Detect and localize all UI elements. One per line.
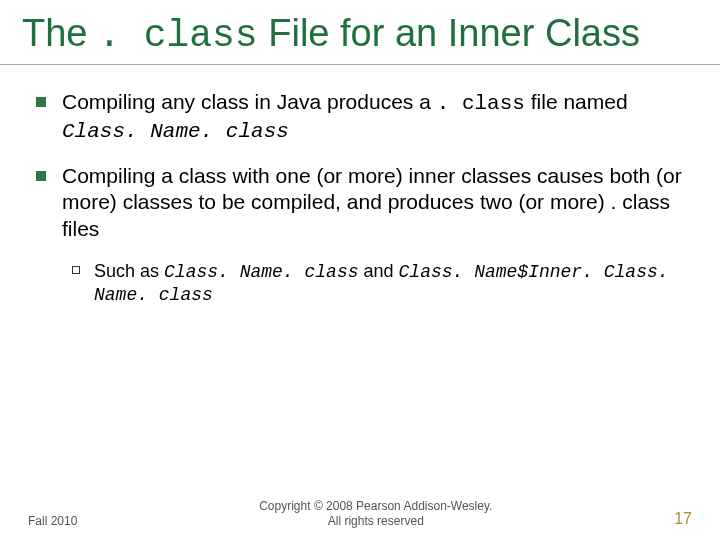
bullet1-code2: Class. Name. class	[62, 120, 289, 143]
slide-title: The . class File for an Inner Class	[0, 0, 720, 65]
sub-code1: Class. Name. class	[164, 262, 358, 282]
slide-body: Compiling any class in Java produces a .…	[0, 65, 720, 307]
page-number: 17	[674, 510, 692, 528]
bullet-text: Compiling any class in Java produces a .…	[62, 89, 690, 146]
bullet2-seg1: Compiling a class with one (or more) inn…	[62, 164, 682, 240]
footer-center: Copyright © 2008 Pearson Addison-Wesley.…	[77, 499, 674, 528]
title-pre: The	[22, 12, 98, 54]
bullet-item: Compiling a class with one (or more) inn…	[30, 163, 690, 242]
bullet-square-icon	[36, 171, 46, 181]
sub-seg1: Such as	[94, 261, 164, 281]
sub-bullet-square-icon	[72, 266, 80, 274]
bullet-text: Compiling a class with one (or more) inn…	[62, 163, 690, 242]
bullet-item: Compiling any class in Java produces a .…	[30, 89, 690, 146]
bullet1-seg1: Compiling any class in Java produces a	[62, 90, 437, 113]
footer-left: Fall 2010	[28, 514, 77, 528]
title-code: . class	[98, 14, 258, 57]
footer-copyright-line1: Copyright © 2008 Pearson Addison-Wesley.	[259, 499, 492, 513]
slide: The . class File for an Inner Class Comp…	[0, 0, 720, 540]
title-post: File for an Inner Class	[258, 12, 640, 54]
slide-footer: Fall 2010 Copyright © 2008 Pearson Addis…	[0, 499, 720, 528]
bullet1-code1: . class	[437, 92, 525, 115]
bullet-square-icon	[36, 97, 46, 107]
footer-copyright-line2: All rights reserved	[328, 514, 424, 528]
sub-bullet-item: Such as Class. Name. class and Class. Na…	[72, 260, 690, 307]
bullet1-seg2: file named	[525, 90, 628, 113]
sub-bullet-text: Such as Class. Name. class and Class. Na…	[94, 260, 690, 307]
sub-seg2: and	[358, 261, 398, 281]
